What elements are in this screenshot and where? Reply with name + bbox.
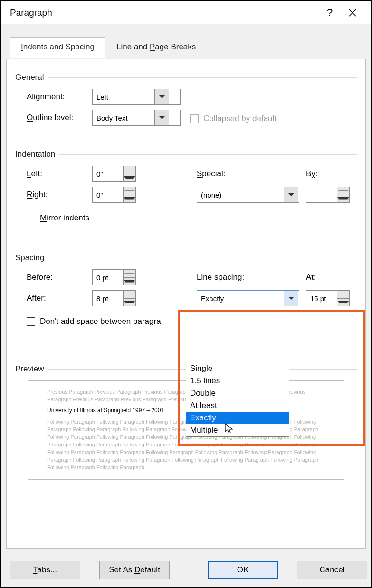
dialog-title: Paragraph xyxy=(10,8,318,18)
chevron-down-icon[interactable] xyxy=(284,187,298,202)
chevron-down-icon[interactable] xyxy=(337,195,349,203)
cancel-button[interactable]: Cancel xyxy=(297,561,367,579)
collapsed-default-check: Collapsed by default xyxy=(190,114,277,123)
at-label: At: xyxy=(306,273,316,282)
mirror-indents-check[interactable]: Mirror indents xyxy=(27,213,89,223)
mirror-indents-label: Mirror indents xyxy=(40,213,89,223)
dialog-content: Indents and Spacing Line and Page Breaks… xyxy=(1,24,371,587)
help-button[interactable]: ? xyxy=(318,7,341,19)
checkbox-icon xyxy=(27,317,35,326)
by-value xyxy=(306,187,337,202)
before-spin[interactable]: 0 pt xyxy=(92,269,136,285)
chevron-down-icon[interactable] xyxy=(284,291,298,306)
dont-add-space-check[interactable]: Don't add space between paragra xyxy=(27,317,161,326)
before-value: 0 pt xyxy=(93,270,123,285)
set-default-button[interactable]: Set As Default xyxy=(99,561,170,579)
special-label: Special: xyxy=(197,169,306,179)
indent-left-value: 0" xyxy=(93,166,123,181)
chevron-down-icon[interactable] xyxy=(154,110,169,125)
outline-level-value: Body Text xyxy=(93,110,154,125)
tabs-button[interactable]: Tabs... xyxy=(10,561,80,579)
indent-right-value: 0" xyxy=(93,187,123,202)
option-double[interactable]: Double xyxy=(186,387,289,399)
divider xyxy=(48,258,357,258)
chevron-down-icon[interactable] xyxy=(124,195,135,203)
option-exactly[interactable]: Exactly xyxy=(186,412,289,424)
option-at-least[interactable]: At least xyxy=(186,399,289,412)
group-general: General xyxy=(15,73,357,82)
group-label-indentation: Indentation xyxy=(15,150,59,159)
after-spin[interactable]: 8 pt xyxy=(92,290,136,306)
outline-level-label: Outline level: xyxy=(27,113,92,123)
tab-indents-spacing[interactable]: Indents and Spacing xyxy=(10,37,105,58)
chevron-up-icon[interactable] xyxy=(337,187,349,195)
chevron-up-icon[interactable] xyxy=(124,270,135,278)
option-single[interactable]: Single xyxy=(186,362,289,375)
tab-panel: General Alignment: Left Outline level: B… xyxy=(6,59,366,549)
tab-line-page-breaks[interactable]: Line and Page Breaks xyxy=(105,37,207,58)
special-combo[interactable]: (none) xyxy=(197,187,299,203)
after-value: 8 pt xyxy=(93,291,123,306)
checkbox-icon xyxy=(190,114,199,123)
line-spacing-combo[interactable]: Exactly xyxy=(197,290,299,306)
chevron-up-icon[interactable] xyxy=(124,166,135,174)
indent-right-label: Right: xyxy=(27,190,92,199)
paragraph-dialog: Paragraph ? Indents and Spacing Line and… xyxy=(0,0,372,588)
group-indentation: Indentation xyxy=(15,150,357,159)
indent-left-spin[interactable]: 0" xyxy=(92,166,136,182)
ok-button[interactable]: OK xyxy=(208,561,278,579)
alignment-value: Left xyxy=(93,89,154,104)
by-label: By: xyxy=(306,169,318,179)
indent-left-label: Left: xyxy=(27,169,92,179)
title-bar: Paragraph ? xyxy=(1,1,371,24)
divider xyxy=(59,154,357,155)
collapsed-default-label: Collapsed by default xyxy=(203,114,277,123)
checkbox-icon xyxy=(27,214,35,222)
tab-strip: Indents and Spacing Line and Page Breaks xyxy=(10,37,366,57)
after-label: After: xyxy=(27,294,92,303)
line-spacing-dropdown[interactable]: Single 1.5 lines Double At least Exactly… xyxy=(186,362,289,437)
chevron-up-icon[interactable] xyxy=(124,187,135,195)
group-spacing: Spacing xyxy=(15,253,357,263)
alignment-label: Alignment: xyxy=(27,92,92,102)
before-label: Before: xyxy=(27,273,92,282)
dont-add-space-label: Don't add space between paragra xyxy=(40,317,161,326)
dialog-footer: Tabs... Set As Default OK Cancel xyxy=(1,553,371,587)
outline-level-combo[interactable]: Body Text xyxy=(92,110,181,126)
chevron-down-icon[interactable] xyxy=(124,278,135,285)
chevron-down-icon[interactable] xyxy=(337,299,349,306)
chevron-down-icon[interactable] xyxy=(124,299,135,306)
chevron-down-icon[interactable] xyxy=(124,174,135,182)
indent-right-spin[interactable]: 0" xyxy=(92,187,136,203)
by-spin[interactable] xyxy=(306,187,350,203)
line-spacing-value: Exactly xyxy=(197,291,284,306)
at-spin[interactable]: 15 pt xyxy=(306,290,350,306)
divider xyxy=(48,77,357,78)
group-label-preview: Preview xyxy=(15,364,48,374)
chevron-up-icon[interactable] xyxy=(124,291,135,299)
group-label-spacing: Spacing xyxy=(15,253,48,263)
option-multiple[interactable]: Multiple xyxy=(186,424,289,436)
alignment-combo[interactable]: Left xyxy=(92,89,181,105)
line-spacing-label: Line spacing: xyxy=(197,273,306,282)
chevron-up-icon[interactable] xyxy=(337,291,349,299)
close-button[interactable] xyxy=(341,6,364,20)
group-label-general: General xyxy=(15,73,48,82)
option-1-5-lines[interactable]: 1.5 lines xyxy=(186,375,289,387)
special-value: (none) xyxy=(197,187,284,202)
chevron-down-icon[interactable] xyxy=(154,89,169,104)
at-value: 15 pt xyxy=(306,291,337,306)
